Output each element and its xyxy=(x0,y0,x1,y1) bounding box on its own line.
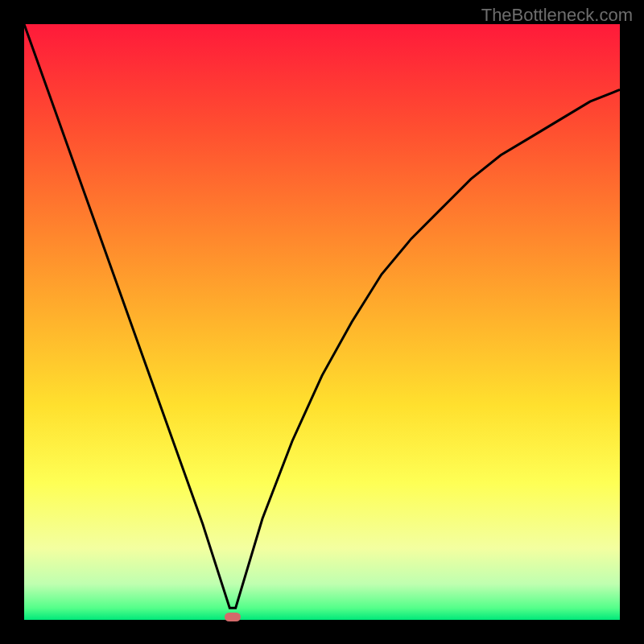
chart-plot-area xyxy=(24,24,620,620)
line-curve xyxy=(24,24,620,620)
minimum-marker xyxy=(225,613,241,621)
curve-path xyxy=(24,24,620,608)
watermark-label: TheBottleneck.com xyxy=(481,5,633,26)
